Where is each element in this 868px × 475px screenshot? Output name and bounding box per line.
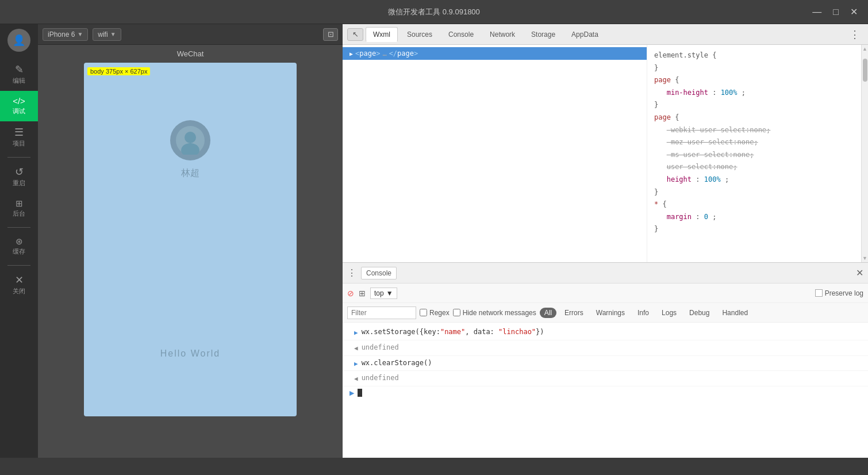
console-filter-row: Regex Hide network messages All Errors W…	[343, 303, 868, 323]
preserve-log-area: Preserve log	[815, 289, 863, 297]
style-line-6: page {	[654, 112, 854, 124]
sidebar-item-cache[interactable]: ⊛ 缓存	[0, 231, 38, 262]
device-label: iPhone 6	[48, 30, 75, 39]
console-tab-button[interactable]: Console	[361, 267, 397, 279]
sidebar-item-label-restart: 重启	[13, 179, 25, 187]
hide-network-checkbox[interactable]	[453, 309, 460, 316]
styles-panel: element.style { } page { min-height : 10…	[647, 45, 861, 262]
console-input-1: wx.setStorage({key:"name", data: "lincha…	[362, 326, 544, 339]
console-output-1: undefined	[362, 342, 399, 354]
tab-console[interactable]: Console	[441, 28, 481, 41]
stop-icon[interactable]: ⊘	[347, 289, 354, 298]
style-line-7: -webkit-user-select:none;	[654, 124, 854, 137]
devtools-area: ↖ Wxml Sources Console Network Storage A…	[343, 24, 868, 458]
console-close-button[interactable]: ✕	[856, 267, 863, 278]
style-line-10: user-select:none;	[654, 161, 854, 174]
tab-storage-label: Storage	[531, 30, 555, 39]
minimize-button[interactable]: —	[809, 6, 825, 18]
restart-icon: ↺	[15, 167, 24, 177]
regex-label[interactable]: Regex	[420, 309, 450, 317]
expand-arrow-1[interactable]: ▶	[354, 327, 358, 339]
console-output: ▶ wx.setStorage({key:"name", data: "linc…	[343, 323, 868, 458]
sidebar-item-restart[interactable]: ↺ 重启	[0, 161, 38, 193]
sidebar-item-edit[interactable]: ✎ 编辑	[0, 59, 38, 91]
console-input-2: wx.clearStorage()	[362, 357, 432, 370]
avatar: 👤	[7, 29, 30, 52]
devtools-more-button[interactable]: ⋮	[846, 28, 863, 41]
errors-label: Errors	[564, 309, 583, 317]
console-menu-button[interactable]: ⋮	[347, 267, 356, 278]
warnings-button[interactable]: Warnings	[592, 308, 629, 318]
console-filter-bar: ⊘ ⊞ top ▼ Preserve log	[343, 284, 868, 303]
hide-network-label[interactable]: Hide network messages	[453, 309, 536, 317]
sidebar-item-debug[interactable]: </> 调试	[0, 91, 38, 121]
sidebar-item-label-debug: 调试	[13, 107, 25, 116]
tab-sources[interactable]: Sources	[400, 28, 439, 41]
logs-button[interactable]: Logs	[657, 308, 681, 318]
info-button[interactable]: Info	[633, 308, 654, 318]
console-line-4: ◀ undefined	[343, 371, 868, 386]
tab-storage[interactable]: Storage	[524, 28, 562, 41]
top-dropdown-icon: ▼	[386, 289, 393, 297]
debug-button[interactable]: Debug	[685, 308, 714, 318]
tab-console-label: Console	[448, 30, 474, 39]
inspect-toggle-button[interactable]: ↖	[347, 28, 363, 41]
maximize-button[interactable]: □	[829, 6, 842, 18]
window-controls: — □ ✕	[809, 5, 861, 18]
project-icon: ☰	[14, 127, 24, 137]
errors-button[interactable]: Errors	[560, 308, 588, 318]
preserve-log-label: Preserve log	[825, 289, 863, 297]
wxml-ellipsis: …	[382, 49, 386, 58]
logs-label: Logs	[662, 309, 677, 317]
network-label: wifi	[98, 30, 107, 39]
hello-text: Hello World	[160, 348, 220, 359]
scroll-up-arrow[interactable]: ▲	[862, 45, 868, 53]
filter-input[interactable]	[347, 307, 416, 319]
console-toolbar: ⋮ Console ✕	[343, 263, 868, 284]
scroll-down-arrow[interactable]: ▼	[862, 254, 868, 262]
wxml-tree: ▶ <page> … </page>	[343, 45, 647, 262]
tab-sources-label: Sources	[407, 30, 432, 39]
top-context-select[interactable]: top ▼	[370, 288, 397, 299]
tab-appdata[interactable]: AppData	[564, 28, 605, 41]
wxml-selected-element[interactable]: ▶ <page> … </page>	[343, 47, 647, 60]
svg-point-1	[185, 132, 196, 143]
console-tab-label: Console	[366, 269, 391, 277]
tab-network[interactable]: Network	[483, 28, 522, 41]
window-title: 微信开发者工具 0.9.091800	[388, 7, 480, 17]
style-line-2: }	[654, 62, 854, 75]
expand-arrow-2[interactable]: ▶	[354, 358, 358, 370]
scroll-thumb[interactable]	[863, 59, 867, 82]
console-line-2: ◀ undefined	[343, 340, 868, 356]
style-line-11: height : 100% ;	[654, 174, 854, 186]
console-line-3: ▶ wx.clearStorage()	[343, 356, 868, 371]
close-button[interactable]: ✕	[847, 5, 861, 18]
sidebar-item-close[interactable]: ✕ 关闭	[0, 269, 38, 301]
device-selector[interactable]: iPhone 6 ▼	[43, 28, 88, 41]
wxml-tag-open: <page>	[355, 49, 380, 58]
device-dropdown-icon: ▼	[77, 31, 83, 37]
style-line-13: * {	[654, 198, 854, 211]
network-selector[interactable]: wifi ▼	[93, 28, 121, 41]
filter-icon[interactable]: ⊞	[359, 289, 366, 298]
preserve-log-checkbox[interactable]	[815, 289, 823, 297]
sidebar-item-project[interactable]: ☰ 项目	[0, 121, 38, 154]
sidebar-divider-2	[7, 227, 30, 228]
handled-button[interactable]: Handled	[717, 308, 752, 318]
tab-wxml[interactable]: Wxml	[366, 27, 398, 42]
pointer-icon: ↖	[352, 30, 359, 39]
all-badge-text: All	[544, 309, 552, 317]
sidebar-item-label-project: 项目	[13, 139, 25, 148]
wxml-tag-close: </page>	[389, 49, 418, 58]
all-log-level-button[interactable]: All	[540, 308, 556, 318]
inspect-mode-button[interactable]: ⊡	[323, 28, 338, 41]
console-cursor-row: ▶	[343, 386, 868, 399]
close-sidebar-icon: ✕	[15, 275, 24, 285]
regex-checkbox[interactable]	[420, 309, 427, 316]
sidebar-divider-1	[7, 157, 30, 158]
inspect-icon: ⊡	[328, 30, 334, 39]
styles-scrollbar[interactable]: ▲ ▼	[861, 45, 868, 262]
backend-icon: ⊞	[16, 199, 23, 208]
sidebar-item-backend[interactable]: ⊞ 后台	[0, 193, 38, 224]
cache-icon: ⊛	[16, 237, 23, 246]
